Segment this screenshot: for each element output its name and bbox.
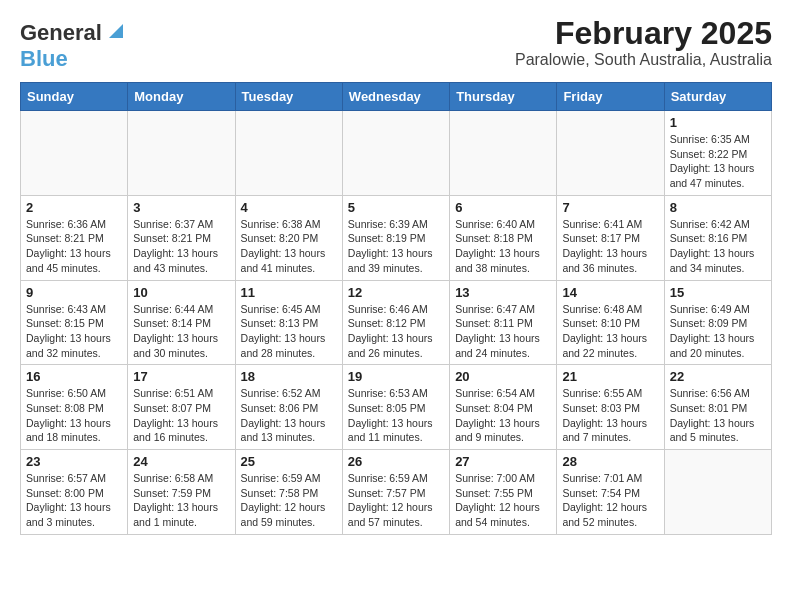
day-number: 12 [348,285,444,300]
calendar-cell: 1Sunrise: 6:35 AM Sunset: 8:22 PM Daylig… [664,111,771,196]
day-info: Sunrise: 7:01 AM Sunset: 7:54 PM Dayligh… [562,471,658,530]
day-info: Sunrise: 6:55 AM Sunset: 8:03 PM Dayligh… [562,386,658,445]
calendar-cell: 16Sunrise: 6:50 AM Sunset: 8:08 PM Dayli… [21,365,128,450]
day-info: Sunrise: 6:58 AM Sunset: 7:59 PM Dayligh… [133,471,229,530]
day-info: Sunrise: 6:59 AM Sunset: 7:57 PM Dayligh… [348,471,444,530]
calendar-cell: 9Sunrise: 6:43 AM Sunset: 8:15 PM Daylig… [21,280,128,365]
calendar-cell [450,111,557,196]
day-info: Sunrise: 6:46 AM Sunset: 8:12 PM Dayligh… [348,302,444,361]
day-info: Sunrise: 6:38 AM Sunset: 8:20 PM Dayligh… [241,217,337,276]
day-info: Sunrise: 6:56 AM Sunset: 8:01 PM Dayligh… [670,386,766,445]
calendar-cell: 12Sunrise: 6:46 AM Sunset: 8:12 PM Dayli… [342,280,449,365]
calendar-cell [557,111,664,196]
calendar-cell: 14Sunrise: 6:48 AM Sunset: 8:10 PM Dayli… [557,280,664,365]
day-info: Sunrise: 6:54 AM Sunset: 8:04 PM Dayligh… [455,386,551,445]
day-number: 8 [670,200,766,215]
calendar-cell [235,111,342,196]
week-row-1: 1Sunrise: 6:35 AM Sunset: 8:22 PM Daylig… [21,111,772,196]
day-info: Sunrise: 6:52 AM Sunset: 8:06 PM Dayligh… [241,386,337,445]
calendar-table: Sunday Monday Tuesday Wednesday Thursday… [20,82,772,535]
calendar-cell: 17Sunrise: 6:51 AM Sunset: 8:07 PM Dayli… [128,365,235,450]
day-info: Sunrise: 6:49 AM Sunset: 8:09 PM Dayligh… [670,302,766,361]
day-number: 2 [26,200,122,215]
day-info: Sunrise: 6:47 AM Sunset: 8:11 PM Dayligh… [455,302,551,361]
week-row-4: 16Sunrise: 6:50 AM Sunset: 8:08 PM Dayli… [21,365,772,450]
calendar-cell: 7Sunrise: 6:41 AM Sunset: 8:17 PM Daylig… [557,195,664,280]
calendar-cell: 13Sunrise: 6:47 AM Sunset: 8:11 PM Dayli… [450,280,557,365]
calendar-cell: 21Sunrise: 6:55 AM Sunset: 8:03 PM Dayli… [557,365,664,450]
week-row-2: 2Sunrise: 6:36 AM Sunset: 8:21 PM Daylig… [21,195,772,280]
day-number: 7 [562,200,658,215]
calendar-cell: 25Sunrise: 6:59 AM Sunset: 7:58 PM Dayli… [235,450,342,535]
day-number: 26 [348,454,444,469]
calendar-cell: 8Sunrise: 6:42 AM Sunset: 8:16 PM Daylig… [664,195,771,280]
col-wednesday: Wednesday [342,83,449,111]
day-number: 1 [670,115,766,130]
col-thursday: Thursday [450,83,557,111]
calendar-cell: 6Sunrise: 6:40 AM Sunset: 8:18 PM Daylig… [450,195,557,280]
day-info: Sunrise: 6:59 AM Sunset: 7:58 PM Dayligh… [241,471,337,530]
calendar-cell: 19Sunrise: 6:53 AM Sunset: 8:05 PM Dayli… [342,365,449,450]
day-info: Sunrise: 6:35 AM Sunset: 8:22 PM Dayligh… [670,132,766,191]
day-info: Sunrise: 6:40 AM Sunset: 8:18 PM Dayligh… [455,217,551,276]
logo-blue-text: Blue [20,46,68,72]
day-info: Sunrise: 6:45 AM Sunset: 8:13 PM Dayligh… [241,302,337,361]
day-info: Sunrise: 6:44 AM Sunset: 8:14 PM Dayligh… [133,302,229,361]
week-row-5: 23Sunrise: 6:57 AM Sunset: 8:00 PM Dayli… [21,450,772,535]
calendar-header-row: Sunday Monday Tuesday Wednesday Thursday… [21,83,772,111]
calendar-cell: 4Sunrise: 6:38 AM Sunset: 8:20 PM Daylig… [235,195,342,280]
calendar-cell: 18Sunrise: 6:52 AM Sunset: 8:06 PM Dayli… [235,365,342,450]
calendar-cell [342,111,449,196]
calendar-cell: 11Sunrise: 6:45 AM Sunset: 8:13 PM Dayli… [235,280,342,365]
day-number: 6 [455,200,551,215]
calendar-cell: 22Sunrise: 6:56 AM Sunset: 8:01 PM Dayli… [664,365,771,450]
calendar-cell: 10Sunrise: 6:44 AM Sunset: 8:14 PM Dayli… [128,280,235,365]
day-number: 16 [26,369,122,384]
logo-triangle-icon [103,20,125,42]
calendar-cell: 2Sunrise: 6:36 AM Sunset: 8:21 PM Daylig… [21,195,128,280]
calendar-title: February 2025 [515,16,772,51]
day-info: Sunrise: 6:39 AM Sunset: 8:19 PM Dayligh… [348,217,444,276]
logo-general-text: General [20,20,102,46]
calendar-cell: 3Sunrise: 6:37 AM Sunset: 8:21 PM Daylig… [128,195,235,280]
calendar-subtitle: Paralowie, South Australia, Australia [515,51,772,69]
day-number: 4 [241,200,337,215]
header: General Blue February 2025 Paralowie, So… [20,16,772,72]
day-number: 3 [133,200,229,215]
logo: General Blue [20,20,125,72]
day-number: 10 [133,285,229,300]
col-monday: Monday [128,83,235,111]
day-number: 15 [670,285,766,300]
day-number: 9 [26,285,122,300]
calendar-cell [664,450,771,535]
day-number: 18 [241,369,337,384]
day-number: 27 [455,454,551,469]
day-info: Sunrise: 6:36 AM Sunset: 8:21 PM Dayligh… [26,217,122,276]
day-info: Sunrise: 6:43 AM Sunset: 8:15 PM Dayligh… [26,302,122,361]
title-block: February 2025 Paralowie, South Australia… [515,16,772,69]
col-tuesday: Tuesday [235,83,342,111]
day-info: Sunrise: 6:42 AM Sunset: 8:16 PM Dayligh… [670,217,766,276]
calendar-cell: 23Sunrise: 6:57 AM Sunset: 8:00 PM Dayli… [21,450,128,535]
calendar-cell: 28Sunrise: 7:01 AM Sunset: 7:54 PM Dayli… [557,450,664,535]
day-info: Sunrise: 6:48 AM Sunset: 8:10 PM Dayligh… [562,302,658,361]
day-number: 11 [241,285,337,300]
day-number: 25 [241,454,337,469]
day-number: 14 [562,285,658,300]
calendar-cell: 5Sunrise: 6:39 AM Sunset: 8:19 PM Daylig… [342,195,449,280]
day-info: Sunrise: 6:50 AM Sunset: 8:08 PM Dayligh… [26,386,122,445]
day-info: Sunrise: 6:41 AM Sunset: 8:17 PM Dayligh… [562,217,658,276]
day-number: 19 [348,369,444,384]
day-info: Sunrise: 6:53 AM Sunset: 8:05 PM Dayligh… [348,386,444,445]
calendar-cell: 20Sunrise: 6:54 AM Sunset: 8:04 PM Dayli… [450,365,557,450]
svg-marker-0 [109,24,123,38]
calendar-cell [21,111,128,196]
day-number: 13 [455,285,551,300]
day-info: Sunrise: 7:00 AM Sunset: 7:55 PM Dayligh… [455,471,551,530]
day-number: 24 [133,454,229,469]
day-number: 5 [348,200,444,215]
day-info: Sunrise: 6:51 AM Sunset: 8:07 PM Dayligh… [133,386,229,445]
day-number: 20 [455,369,551,384]
calendar-cell: 26Sunrise: 6:59 AM Sunset: 7:57 PM Dayli… [342,450,449,535]
col-sunday: Sunday [21,83,128,111]
